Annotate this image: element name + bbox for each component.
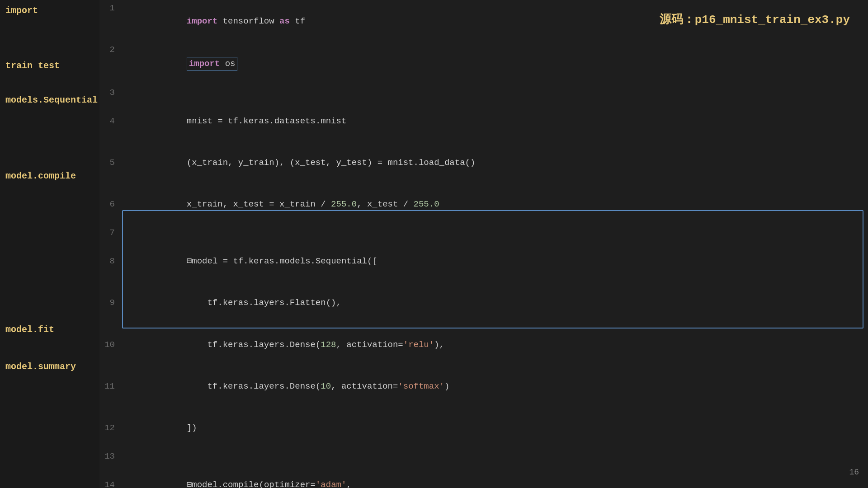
code-content-14: ⊟model.compile(optimizer='adam', (122, 463, 868, 488)
code-line-4: 4 mnist = tf.keras.datasets.mnist (99, 99, 868, 141)
sidebar-label-import: import (0, 0, 99, 21)
sidebar-label-compile: model.compile (0, 171, 99, 181)
line-num-8: 8 (99, 239, 122, 281)
page-number: 16 (849, 468, 859, 477)
watermark: 源码：p16_mnist_train_ex3.py (660, 11, 850, 27)
code-content-9: tf.keras.layers.Flatten(), (122, 282, 868, 323)
code-line-7: 7 (99, 225, 868, 239)
code-line-6: 6 x_train, x_test = x_train / 255.0, x_t… (99, 183, 868, 225)
code-content-10: tf.keras.layers.Dense(128, activation='r… (122, 323, 868, 365)
code-content-13 (122, 448, 868, 463)
line-num-4: 4 (99, 99, 122, 141)
code-line-13: 13 (99, 448, 868, 463)
code-line-3: 3 (99, 84, 868, 99)
code-table: 1 import tensorflow as tf 2 import os 3 (99, 0, 868, 488)
code-content-5: (x_train, y_train), (x_test, y_test) = m… (122, 141, 868, 183)
code-content-8: ⊟model = tf.keras.models.Sequential([ (122, 239, 868, 281)
code-line-10: 10 tf.keras.layers.Dense(128, activation… (99, 323, 868, 365)
line-num-12: 12 (99, 407, 122, 448)
line-num-5: 5 (99, 141, 122, 183)
code-line-11: 11 tf.keras.layers.Dense(10, activation=… (99, 365, 868, 406)
code-content-3 (122, 84, 868, 99)
code-content-7 (122, 225, 868, 239)
code-line-14: 14 ⊟model.compile(optimizer='adam', (99, 463, 868, 488)
sidebar-label-fit: model.fit (0, 324, 99, 335)
code-line-12: 12 ]) (99, 407, 868, 448)
code-content-11: tf.keras.layers.Dense(10, activation='so… (122, 365, 868, 406)
code-line-5: 5 (x_train, y_train), (x_test, y_test) =… (99, 141, 868, 183)
sidebar-label-summary: model.summary (0, 361, 99, 372)
line-num-7: 7 (99, 225, 122, 239)
code-line-2: 2 import os (99, 42, 868, 84)
line-num-2: 2 (99, 42, 122, 84)
line-num-1: 1 (99, 0, 122, 42)
line-num-10: 10 (99, 323, 122, 365)
line-num-9: 9 (99, 282, 122, 323)
sidebar: import train test models.Sequential mode… (0, 0, 99, 488)
code-content-2: import os (122, 42, 868, 84)
line-num-11: 11 (99, 365, 122, 406)
line-num-6: 6 (99, 183, 122, 225)
line-num-14: 14 (99, 463, 122, 488)
sidebar-label-sequential: models.Sequential (0, 95, 99, 105)
code-content-4: mnist = tf.keras.datasets.mnist (122, 99, 868, 141)
code-content-6: x_train, x_test = x_train / 255.0, x_tes… (122, 183, 868, 225)
sidebar-label-train-test: train test (0, 61, 99, 71)
line-num-3: 3 (99, 84, 122, 99)
code-area: 源码：p16_mnist_train_ex3.py 16 1 import te… (99, 0, 868, 488)
code-content-12: ]) (122, 407, 868, 448)
code-line-8: 8 ⊟model = tf.keras.models.Sequential([ (99, 239, 868, 281)
code-line-9: 9 tf.keras.layers.Flatten(), (99, 282, 868, 323)
line-num-13: 13 (99, 448, 122, 463)
